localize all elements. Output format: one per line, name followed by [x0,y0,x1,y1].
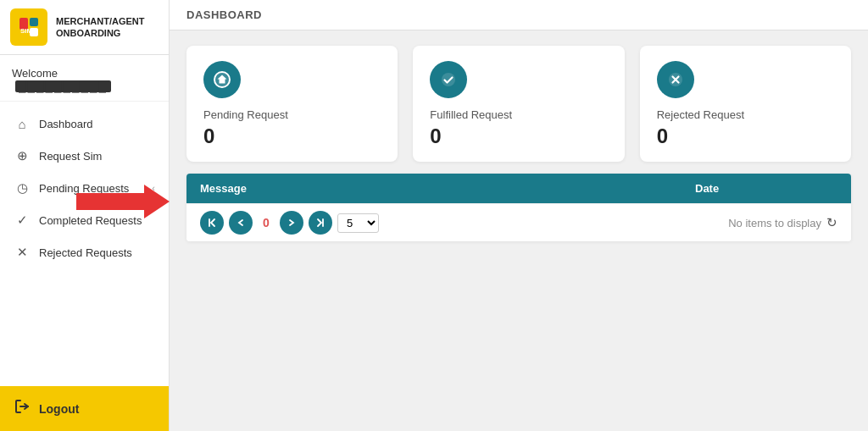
pagination-current-page: 0 [258,216,275,229]
fulfilled-card-icon [430,61,467,98]
check-icon: ✓ [14,213,31,228]
welcome-label: Welcome [12,67,58,80]
table-header: Message Date [186,174,851,203]
table-col-message-header: Message [186,174,682,203]
logo-icon: SIM [10,8,47,46]
svg-rect-2 [30,18,38,26]
pagination-prev-btn[interactable] [229,211,253,235]
cards-row: Pending Request 0 Fulfilled Request 0 [170,30,868,174]
pagination-first-btn[interactable] [200,211,224,235]
plus-circle-icon: ⊕ [14,148,31,163]
sidebar-item-request-sim-label: Request Sim [39,150,155,163]
pending-card-label: Pending Request [203,108,288,121]
sidebar-header: SIM MERCHANT/AGENT ONBOARDING [0,0,169,55]
sidebar: SIM MERCHANT/AGENT ONBOARDING Welcome ██… [0,0,170,431]
svg-text:SIM: SIM [20,27,33,35]
rejected-card-value: 0 [657,124,668,148]
table-pagination: 0 5 10 25 No items to display ↻ [186,203,851,241]
pagination-last-btn[interactable] [309,211,332,235]
rejected-card-icon [657,61,694,98]
fulfilled-card-value: 0 [430,124,441,148]
sidebar-item-request-sim[interactable]: ⊕ Request Sim [0,140,169,172]
page-title: DASHBOARD [170,0,868,30]
logout-button[interactable]: Logout [0,386,169,431]
pending-card-icon [203,61,241,98]
welcome-name: ██████████ [15,80,111,92]
svg-point-8 [442,73,455,86]
welcome-section: Welcome ██████████ [0,55,169,102]
sidebar-item-rejected-label: Rejected Requests [39,246,155,259]
refresh-icon[interactable]: ↻ [826,215,837,230]
sidebar-item-dashboard-label: Dashboard [39,118,155,130]
sidebar-item-rejected-requests[interactable]: ✕ Rejected Requests [0,236,169,268]
logout-label: Logout [39,402,79,416]
pending-card-value: 0 [203,124,214,148]
x-icon: ✕ [14,245,31,260]
fulfilled-request-card: Fulfilled Request 0 [413,46,624,162]
no-items-text: No items to display ↻ [728,215,837,230]
clock-icon: ◷ [14,180,31,196]
sidebar-item-completed-requests[interactable]: ✓ Completed Requests [0,204,169,236]
sidebar-item-dashboard[interactable]: ⌂ Dashboard [0,108,169,140]
logout-icon [14,398,31,419]
rejected-request-card: Rejected Request 0 [640,46,851,162]
rejected-card-label: Rejected Request [657,108,744,121]
pending-request-card: Pending Request 0 [186,46,398,162]
fulfilled-card-label: Fulfilled Request [430,108,512,121]
sidebar-nav: ⌂ Dashboard ⊕ Request Sim ◷ Pending Requ… [0,102,169,386]
table-col-date-header: Date [682,174,851,203]
sidebar-item-completed-label: Completed Requests [39,214,155,227]
pagination-next-btn[interactable] [280,211,303,235]
requests-table: Message Date 0 5 10 25 No items t [186,174,851,241]
chevron-left-icon: ‹ [152,183,155,193]
sidebar-item-pending-requests[interactable]: ◷ Pending Requests ‹ [0,172,169,204]
home-icon: ⌂ [14,117,31,131]
sidebar-item-pending-label: Pending Requests [39,182,152,195]
main-content: DASHBOARD Pending Request 0 [170,0,868,431]
per-page-select[interactable]: 5 10 25 [337,213,379,233]
app-title: MERCHANT/AGENT ONBOARDING [56,15,145,40]
